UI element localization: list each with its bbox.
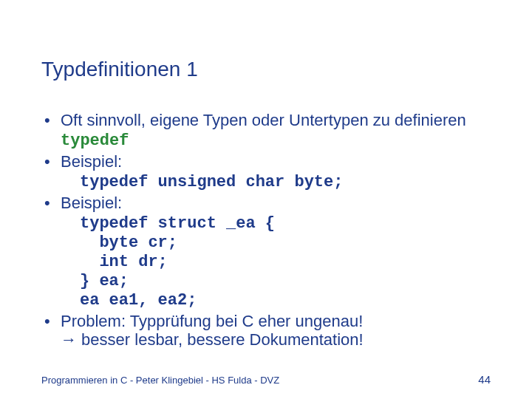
- footer-text: Programmieren in C - Peter Klingebiel - …: [41, 375, 279, 386]
- bullet-list-2: Beispiel:: [41, 194, 491, 213]
- slide-title: Typdefinitionen 1: [41, 58, 491, 81]
- bullet-2-text: Beispiel:: [61, 152, 122, 171]
- keyword-typedef: typedef: [61, 132, 129, 150]
- bullet-3: Beispiel:: [41, 194, 491, 213]
- bullet-1-text: Oft sinnvoll, eigene Typen oder Untertyp…: [61, 111, 466, 129]
- code-block-1: typedef unsigned char byte;: [80, 173, 491, 192]
- bullet-2: Beispiel:: [41, 152, 491, 171]
- bullet-4-line2: besser lesbar, bessere Dokumentation!: [77, 330, 364, 349]
- page-number: 44: [478, 373, 491, 386]
- footer: Programmieren in C - Peter Klingebiel - …: [41, 373, 491, 386]
- bullet-list-3: Problem: Typprüfung bei C eher ungenau! …: [41, 312, 491, 350]
- slide: Typdefinitionen 1 Oft sinnvoll, eigene T…: [0, 0, 532, 399]
- bullet-1: Oft sinnvoll, eigene Typen oder Untertyp…: [41, 111, 491, 151]
- code-block-2: typedef struct _ea { byte cr; int dr; } …: [80, 214, 491, 310]
- arrow-icon: →: [61, 330, 77, 349]
- bullet-4: Problem: Typprüfung bei C eher ungenau! …: [41, 312, 491, 350]
- bullet-list: Oft sinnvoll, eigene Typen oder Untertyp…: [41, 111, 491, 171]
- bullet-4-line1: Problem: Typprüfung bei C eher ungenau!: [61, 312, 363, 330]
- bullet-3-text: Beispiel:: [61, 194, 122, 212]
